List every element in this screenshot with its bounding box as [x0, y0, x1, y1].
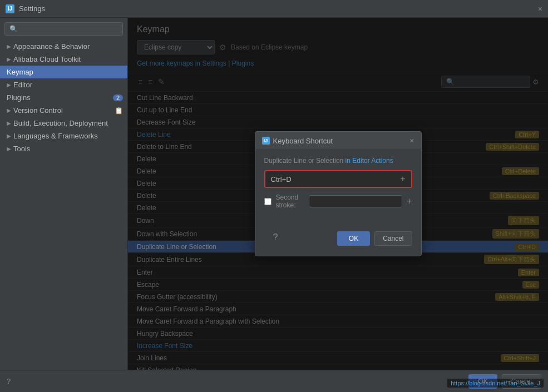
- sidebar-section: ▶ Appearance & Behavior ▶ Alibaba Cloud …: [0, 40, 127, 155]
- sidebar-item-label: Editor: [13, 81, 32, 89]
- modal-title-bar: IJ Keyboard Shortcut ×: [255, 132, 421, 150]
- sidebar-item-label: Keymap: [7, 68, 33, 76]
- app-icon: IJ: [6, 4, 14, 13]
- add-shortcut-icon[interactable]: +: [400, 174, 405, 184]
- modal-action-name: Duplicate Line or Selection: [264, 157, 344, 165]
- title-bar-left: IJ Settings: [6, 4, 45, 13]
- sidebar-item-label: Languages & Frameworks: [13, 132, 98, 140]
- sidebar-item-label: Tools: [13, 145, 30, 153]
- sidebar-item-plugins[interactable]: Plugins 2: [0, 91, 127, 104]
- second-stroke-checkbox[interactable]: [264, 198, 271, 205]
- modal-cancel-button[interactable]: Cancel: [374, 231, 412, 246]
- sidebar-item-label: Build, Execution, Deployment: [13, 119, 108, 127]
- arrow-icon: ▶: [7, 146, 11, 152]
- second-stroke-input[interactable]: [309, 195, 402, 207]
- sidebar-item-appearance-behavior[interactable]: ▶ Appearance & Behavior: [0, 40, 127, 53]
- arrow-icon: ▶: [7, 133, 11, 139]
- sidebar-item-version-control[interactable]: ▶ Version Control 📋: [0, 104, 127, 117]
- sidebar-item-label: Version Control: [13, 106, 63, 115]
- shortcut-input-box[interactable]: Ctrl+D +: [264, 170, 412, 188]
- plugins-badge: 2: [113, 95, 123, 101]
- sidebar-item-label: Alibaba Cloud Toolkit: [13, 55, 81, 63]
- modal-footer: ? OK Cancel: [255, 224, 421, 256]
- modal-action-context: in Editor Actions: [345, 157, 393, 165]
- arrow-icon: ▶: [7, 82, 11, 88]
- second-stroke-add-icon[interactable]: +: [407, 196, 412, 206]
- modal-body: Duplicate Line or Selection in Editor Ac…: [255, 150, 421, 224]
- sidebar-item-tools[interactable]: ▶ Tools: [0, 142, 127, 155]
- vcs-icon: 📋: [115, 107, 123, 115]
- modal-app-icon: IJ: [262, 137, 270, 145]
- sidebar-item-editor[interactable]: ▶ Editor: [0, 78, 127, 91]
- modal-close-button[interactable]: ×: [409, 136, 414, 145]
- modal-overlay: IJ Keyboard Shortcut × Duplicate Line or…: [128, 18, 548, 370]
- sidebar-item-languages-frameworks[interactable]: ▶ Languages & Frameworks: [0, 130, 127, 142]
- sidebar-item-keymap[interactable]: Keymap: [0, 66, 127, 78]
- arrow-icon: ▶: [7, 107, 11, 113]
- main-container: ▶ Appearance & Behavior ▶ Alibaba Cloud …: [0, 18, 548, 370]
- sidebar-item-label: Plugins: [7, 93, 31, 102]
- sidebar-item-alibaba-cloud-toolkit[interactable]: ▶ Alibaba Cloud Toolkit: [0, 53, 127, 66]
- second-stroke-row: Second stroke: +: [264, 193, 412, 209]
- title-bar: IJ Settings ×: [0, 0, 548, 18]
- arrow-icon: ▶: [7, 43, 11, 49]
- modal-subtitle: Duplicate Line or Selection in Editor Ac…: [264, 157, 412, 165]
- shortcut-input-value: Ctrl+D: [271, 175, 292, 183]
- modal-title: IJ Keyboard Shortcut: [262, 137, 333, 145]
- sidebar-search-input[interactable]: [4, 22, 123, 36]
- help-icon[interactable]: ?: [264, 228, 287, 249]
- keyboard-shortcut-modal: IJ Keyboard Shortcut × Duplicate Line or…: [255, 131, 422, 256]
- arrow-icon: ▶: [7, 120, 11, 126]
- arrow-icon: ▶: [7, 56, 11, 62]
- sidebar-item-build-execution[interactable]: ▶ Build, Execution, Deployment: [0, 117, 127, 130]
- window-title: Settings: [19, 4, 45, 13]
- modal-ok-button[interactable]: OK: [337, 231, 370, 246]
- watermark: https://blog.csdn.net/Tan_SiJie_J: [447, 379, 544, 388]
- content-area: Keymap Eclipse copy Default Mac OS X Ema…: [128, 18, 548, 370]
- modal-title-text: Keyboard Shortcut: [273, 137, 333, 145]
- sidebar: ▶ Appearance & Behavior ▶ Alibaba Cloud …: [0, 18, 128, 370]
- close-button[interactable]: ×: [538, 4, 542, 13]
- sidebar-search-container: [0, 18, 127, 40]
- bottom-help-icon[interactable]: ?: [7, 377, 11, 385]
- sidebar-item-label: Appearance & Behavior: [13, 42, 90, 51]
- second-stroke-label: Second stroke:: [276, 193, 305, 209]
